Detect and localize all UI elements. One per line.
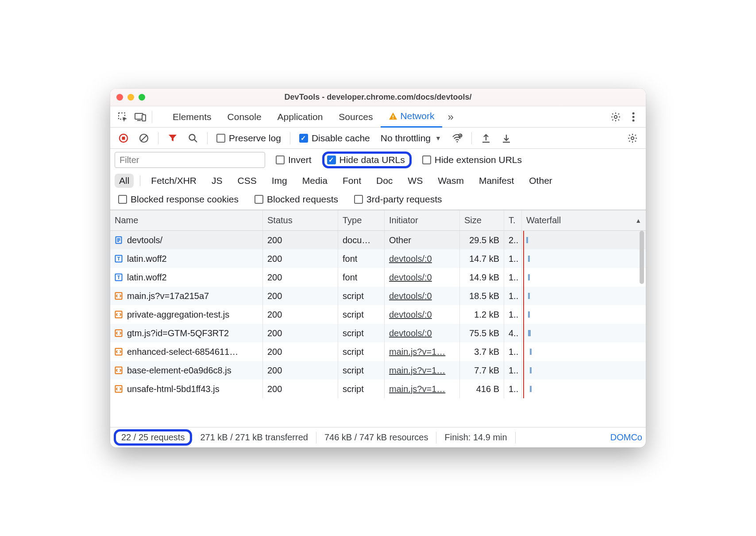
tab-console[interactable]: Console: [220, 106, 270, 128]
requests-count: 22 / 25 requests: [121, 432, 185, 442]
disable-cache-checkbox[interactable]: ✓ Disable cache: [296, 133, 374, 144]
inspect-element-icon[interactable]: [114, 108, 131, 126]
clear-button[interactable]: [135, 129, 153, 147]
hide-extension-urls-checkbox[interactable]: Hide extension URLs: [419, 155, 525, 165]
col-time[interactable]: T.: [504, 210, 522, 230]
type-filter-img[interactable]: Img: [267, 174, 292, 188]
third-party-checkbox[interactable]: 3rd-party requests: [351, 194, 445, 205]
tab-sources[interactable]: Sources: [331, 106, 381, 128]
tab-network[interactable]: Network: [381, 106, 442, 128]
col-waterfall[interactable]: Waterfall▲: [522, 210, 646, 230]
vertical-scrollbar[interactable]: [639, 231, 645, 427]
cell-waterfall: [522, 380, 646, 398]
cell-status: 200: [263, 249, 338, 268]
preserve-log-checkbox[interactable]: Preserve log: [213, 133, 285, 144]
cell-initiator[interactable]: devtools/:0: [385, 268, 460, 287]
cell-size: 18.5 kB: [460, 287, 504, 305]
cell-initiator[interactable]: main.js?v=1…: [385, 342, 460, 361]
divider: [152, 111, 152, 123]
table-row[interactable]: Tlatin.woff2200fontdevtools/:014.7 kB1..: [110, 249, 646, 268]
table-row[interactable]: gtm.js?id=GTM-5QF3RT2200scriptdevtools/:…: [110, 324, 646, 342]
cell-type: script: [338, 342, 385, 361]
type-filter-css[interactable]: CSS: [233, 174, 261, 188]
download-har-icon[interactable]: [498, 129, 515, 147]
table-row[interactable]: enhanced-select-6854611…200scriptmain.js…: [110, 342, 646, 361]
blocked-cookies-checkbox[interactable]: Blocked response cookies: [115, 194, 242, 205]
col-status[interactable]: Status: [263, 210, 338, 230]
filter-input[interactable]: Filter: [115, 152, 265, 168]
col-size[interactable]: Size: [460, 210, 504, 230]
transferred-size: 271 kB / 271 kB transferred: [192, 432, 316, 443]
cell-initiator[interactable]: devtools/:0: [385, 287, 460, 305]
svg-rect-4: [393, 115, 393, 117]
caret-down-icon: ▼: [435, 135, 441, 142]
cell-initiator[interactable]: main.js?v=1…: [385, 380, 460, 398]
type-filter-all[interactable]: All: [115, 174, 134, 188]
type-filter-doc[interactable]: Doc: [372, 174, 397, 188]
invert-checkbox[interactable]: Invert: [272, 155, 315, 165]
cell-type: script: [338, 305, 385, 324]
cell-time: 1..: [504, 342, 522, 361]
type-filter-media[interactable]: Media: [298, 174, 332, 188]
hide-data-urls-checkbox[interactable]: ✓ Hide data URLs: [327, 155, 405, 165]
cell-initiator[interactable]: main.js?v=1…: [385, 361, 460, 380]
dom-content-loaded-link[interactable]: DOMCo: [602, 432, 642, 443]
type-filter-manifest[interactable]: Manifest: [474, 174, 518, 188]
svg-line-13: [141, 136, 147, 141]
scrollbar-thumb[interactable]: [640, 231, 644, 284]
upload-har-icon[interactable]: [477, 129, 495, 147]
additional-filters-row: Blocked response cookies Blocked request…: [110, 190, 646, 210]
cell-time: 1..: [504, 361, 522, 380]
table-row[interactable]: devtools/200docu…Other29.5 kB2..: [110, 231, 646, 249]
throttling-select[interactable]: No throttling ▼: [376, 133, 446, 144]
cell-initiator[interactable]: devtools/:0: [385, 249, 460, 268]
cell-time: 1..: [504, 305, 522, 324]
cell-status: 200: [263, 305, 338, 324]
table-row[interactable]: unsafe-html-5bd1ff43.js200scriptmain.js?…: [110, 380, 646, 398]
table-row[interactable]: private-aggregation-test.js200scriptdevt…: [110, 305, 646, 324]
col-name[interactable]: Name: [110, 210, 263, 230]
type-filter-ws[interactable]: WS: [403, 174, 427, 188]
record-button[interactable]: [115, 129, 132, 147]
search-icon[interactable]: [184, 129, 202, 147]
type-filter-js[interactable]: JS: [207, 174, 227, 188]
filter-icon[interactable]: [164, 129, 181, 147]
cell-size: 7.7 kB: [460, 361, 504, 380]
settings-icon[interactable]: [607, 108, 625, 126]
table-row[interactable]: base-element-e0a9d6c8.js200scriptmain.js…: [110, 361, 646, 380]
svg-rect-3: [142, 115, 146, 121]
resources-size: 746 kB / 747 kB resources: [316, 432, 436, 443]
cell-waterfall: [522, 305, 646, 324]
checkbox-icon: [118, 195, 127, 204]
requests-table: Name Status Type Initiator Size T. Water…: [110, 210, 646, 427]
table-row[interactable]: main.js?v=17a215a7200scriptdevtools/:018…: [110, 287, 646, 305]
network-settings-icon[interactable]: [624, 129, 641, 147]
type-filter-other[interactable]: Other: [525, 174, 557, 188]
cell-size: 29.5 kB: [460, 231, 504, 249]
network-conditions-icon[interactable]: [448, 129, 466, 147]
device-toolbar-icon[interactable]: [131, 108, 149, 126]
type-filter-wasm[interactable]: Wasm: [433, 174, 468, 188]
col-type[interactable]: Type: [338, 210, 385, 230]
resource-type-filter: AllFetch/XHRJSCSSImgMediaFontDocWSWasmMa…: [110, 171, 646, 190]
checkbox-icon: [354, 195, 363, 204]
type-filter-fetchxhr[interactable]: Fetch/XHR: [147, 174, 201, 188]
tab-elements[interactable]: Elements: [165, 106, 220, 128]
checkbox-checked-icon: ✓: [299, 134, 308, 143]
col-initiator[interactable]: Initiator: [385, 210, 460, 230]
svg-text:T: T: [117, 275, 120, 280]
kebab-menu-icon[interactable]: [625, 108, 642, 126]
titlebar: DevTools - developer.chrome.com/docs/dev…: [110, 89, 646, 106]
main-tabstrip: ElementsConsoleApplicationSourcesNetwork…: [110, 106, 646, 128]
cell-initiator[interactable]: devtools/:0: [385, 305, 460, 324]
svg-point-6: [614, 115, 617, 118]
blocked-requests-checkbox[interactable]: Blocked requests: [251, 194, 342, 205]
more-tabs-button[interactable]: »: [442, 111, 459, 123]
cell-initiator[interactable]: devtools/:0: [385, 324, 460, 342]
type-filter-font[interactable]: Font: [338, 174, 366, 188]
tab-application[interactable]: Application: [270, 106, 331, 128]
table-row[interactable]: Tlatin.woff2200fontdevtools/:014.9 kB1..: [110, 268, 646, 287]
svg-point-8: [633, 116, 635, 118]
svg-rect-5: [393, 118, 393, 119]
checkbox-checked-icon: ✓: [327, 155, 336, 164]
